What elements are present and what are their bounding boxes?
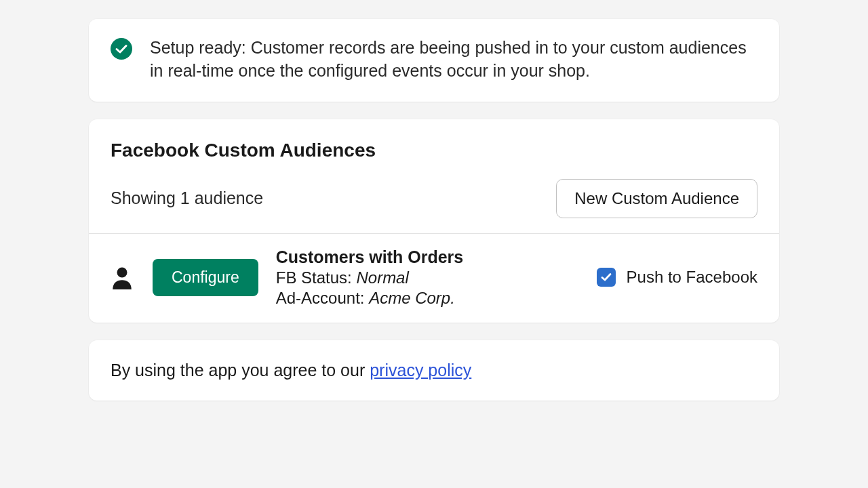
- showing-count-text: Showing 1 audience: [111, 188, 263, 208]
- user-icon: [112, 266, 132, 289]
- audience-row: Configure Customers with Orders FB Statu…: [89, 234, 779, 323]
- success-check-icon: [111, 38, 132, 60]
- push-to-facebook-checkbox[interactable]: [597, 268, 616, 287]
- banner-message: Setup ready: Customer records are beeing…: [150, 37, 757, 83]
- footer-text-prefix: By using the app you agree to our: [111, 361, 370, 380]
- audience-ad-account: Ad-Account: Acme Corp.: [276, 289, 597, 308]
- privacy-footer: By using the app you agree to our privac…: [89, 340, 779, 401]
- audience-name: Customers with Orders: [276, 247, 597, 267]
- push-to-facebook-label: Push to Facebook: [627, 268, 757, 287]
- setup-ready-banner: Setup ready: Customer records are beeing…: [89, 19, 779, 102]
- section-title: Facebook Custom Audiences: [111, 140, 757, 161]
- svg-point-1: [117, 268, 127, 278]
- svg-point-0: [111, 38, 132, 60]
- audience-fb-status: FB Status: Normal: [276, 268, 597, 287]
- audiences-card: Facebook Custom Audiences Showing 1 audi…: [89, 119, 779, 323]
- configure-button[interactable]: Configure: [153, 259, 258, 296]
- new-custom-audience-button[interactable]: New Custom Audience: [556, 179, 757, 218]
- privacy-policy-link[interactable]: privacy policy: [370, 361, 471, 380]
